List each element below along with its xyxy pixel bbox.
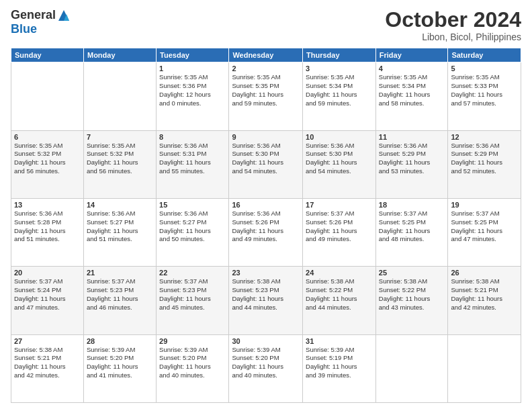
cell-content: Sunrise: 5:37 AMSunset: 5:26 PMDaylight:…: [306, 210, 373, 244]
weekday-header-friday: Friday: [375, 48, 448, 62]
logo-blue: Blue: [11, 22, 37, 36]
cell-content: Sunrise: 5:37 AMSunset: 5:24 PMDaylight:…: [14, 277, 81, 312]
calendar-table: SundayMondayTuesdayWednesdayThursdayFrid…: [11, 48, 521, 403]
calendar-cell: 3Sunrise: 5:35 AMSunset: 5:34 PMDaylight…: [303, 62, 376, 130]
page: General Blue October 2024 Libon, Bicol, …: [0, 0, 532, 411]
week-row-5: 27Sunrise: 5:38 AMSunset: 5:21 PMDayligh…: [11, 334, 521, 402]
calendar-cell: 7Sunrise: 5:35 AMSunset: 5:32 PMDaylight…: [83, 130, 156, 198]
weekday-header-tuesday: Tuesday: [157, 48, 229, 62]
calendar-cell: 21Sunrise: 5:37 AMSunset: 5:23 PMDayligh…: [83, 267, 156, 334]
weekday-header-saturday: Saturday: [448, 48, 521, 62]
day-number: 1: [159, 64, 226, 73]
calendar-cell: 28Sunrise: 5:39 AMSunset: 5:20 PMDayligh…: [83, 334, 156, 402]
calendar-cell: 22Sunrise: 5:37 AMSunset: 5:23 PMDayligh…: [157, 267, 229, 334]
week-row-1: 1Sunrise: 5:35 AMSunset: 5:36 PMDaylight…: [11, 62, 521, 130]
day-number: 29: [159, 337, 226, 345]
cell-content: Sunrise: 5:39 AMSunset: 5:20 PMDaylight:…: [232, 346, 300, 380]
weekday-header-wednesday: Wednesday: [229, 48, 303, 62]
week-row-3: 13Sunrise: 5:36 AMSunset: 5:28 PMDayligh…: [11, 198, 521, 266]
day-number: 24: [306, 269, 373, 277]
cell-content: Sunrise: 5:38 AMSunset: 5:23 PMDaylight:…: [232, 277, 300, 312]
calendar-cell: 16Sunrise: 5:36 AMSunset: 5:26 PMDayligh…: [229, 198, 303, 266]
day-number: 18: [379, 201, 445, 209]
week-row-2: 6Sunrise: 5:35 AMSunset: 5:32 PMDaylight…: [11, 130, 521, 198]
day-number: 22: [159, 269, 226, 277]
week-row-4: 20Sunrise: 5:37 AMSunset: 5:24 PMDayligh…: [11, 267, 521, 334]
cell-content: Sunrise: 5:36 AMSunset: 5:28 PMDaylight:…: [14, 210, 81, 244]
calendar-cell: [375, 334, 448, 402]
calendar-cell: [83, 62, 156, 130]
day-number: 19: [451, 201, 518, 209]
calendar-cell: 27Sunrise: 5:38 AMSunset: 5:21 PMDayligh…: [11, 334, 84, 402]
calendar-cell: 10Sunrise: 5:36 AMSunset: 5:30 PMDayligh…: [303, 130, 376, 198]
weekday-header-thursday: Thursday: [303, 48, 376, 62]
cell-content: Sunrise: 5:38 AMSunset: 5:21 PMDaylight:…: [451, 277, 518, 312]
day-number: 26: [451, 269, 518, 277]
day-number: 3: [306, 64, 373, 73]
cell-content: Sunrise: 5:36 AMSunset: 5:29 PMDaylight:…: [379, 142, 445, 176]
cell-content: Sunrise: 5:37 AMSunset: 5:25 PMDaylight:…: [379, 210, 445, 244]
cell-content: Sunrise: 5:36 AMSunset: 5:31 PMDaylight:…: [159, 142, 226, 176]
weekday-header-row: SundayMondayTuesdayWednesdayThursdayFrid…: [11, 48, 521, 62]
calendar-cell: 20Sunrise: 5:37 AMSunset: 5:24 PMDayligh…: [11, 267, 84, 334]
calendar-cell: 23Sunrise: 5:38 AMSunset: 5:23 PMDayligh…: [229, 267, 303, 334]
cell-content: Sunrise: 5:36 AMSunset: 5:29 PMDaylight:…: [451, 142, 518, 176]
calendar-cell: 5Sunrise: 5:35 AMSunset: 5:33 PMDaylight…: [448, 62, 521, 130]
day-number: 31: [306, 337, 373, 345]
calendar-cell: 29Sunrise: 5:39 AMSunset: 5:20 PMDayligh…: [157, 334, 229, 402]
day-number: 20: [14, 269, 81, 277]
day-number: 13: [14, 201, 81, 209]
cell-content: Sunrise: 5:37 AMSunset: 5:25 PMDaylight:…: [451, 210, 518, 244]
day-number: 6: [14, 133, 81, 141]
calendar-cell: 4Sunrise: 5:35 AMSunset: 5:34 PMDaylight…: [375, 62, 448, 130]
day-number: 5: [451, 64, 518, 73]
cell-content: Sunrise: 5:35 AMSunset: 5:35 PMDaylight:…: [232, 73, 300, 107]
calendar-cell: 14Sunrise: 5:36 AMSunset: 5:27 PMDayligh…: [83, 198, 156, 266]
calendar-cell: 11Sunrise: 5:36 AMSunset: 5:29 PMDayligh…: [375, 130, 448, 198]
cell-content: Sunrise: 5:39 AMSunset: 5:20 PMDaylight:…: [159, 346, 226, 380]
cell-content: Sunrise: 5:38 AMSunset: 5:22 PMDaylight:…: [306, 277, 373, 312]
day-number: 10: [306, 133, 373, 141]
day-number: 7: [87, 133, 153, 141]
day-number: 4: [379, 64, 445, 73]
calendar-cell: 18Sunrise: 5:37 AMSunset: 5:25 PMDayligh…: [375, 198, 448, 266]
cell-content: Sunrise: 5:35 AMSunset: 5:32 PMDaylight:…: [87, 142, 153, 176]
calendar-cell: 30Sunrise: 5:39 AMSunset: 5:20 PMDayligh…: [229, 334, 303, 402]
month-title: October 2024: [385, 8, 521, 32]
cell-content: Sunrise: 5:36 AMSunset: 5:30 PMDaylight:…: [306, 142, 373, 176]
day-number: 11: [379, 133, 445, 141]
cell-content: Sunrise: 5:38 AMSunset: 5:21 PMDaylight:…: [14, 346, 81, 380]
day-number: 23: [232, 269, 300, 277]
calendar-cell: 31Sunrise: 5:39 AMSunset: 5:19 PMDayligh…: [303, 334, 376, 402]
cell-content: Sunrise: 5:36 AMSunset: 5:26 PMDaylight:…: [232, 210, 300, 244]
calendar-cell: 26Sunrise: 5:38 AMSunset: 5:21 PMDayligh…: [448, 267, 521, 334]
calendar-cell: 8Sunrise: 5:36 AMSunset: 5:31 PMDaylight…: [157, 130, 229, 198]
cell-content: Sunrise: 5:36 AMSunset: 5:30 PMDaylight:…: [232, 142, 300, 176]
day-number: 2: [232, 64, 300, 73]
logo: General Blue: [11, 8, 71, 36]
cell-content: Sunrise: 5:37 AMSunset: 5:23 PMDaylight:…: [87, 277, 153, 312]
calendar-cell: 6Sunrise: 5:35 AMSunset: 5:32 PMDaylight…: [11, 130, 84, 198]
cell-content: Sunrise: 5:39 AMSunset: 5:19 PMDaylight:…: [306, 346, 373, 380]
cell-content: Sunrise: 5:36 AMSunset: 5:27 PMDaylight:…: [159, 210, 226, 244]
calendar-cell: 13Sunrise: 5:36 AMSunset: 5:28 PMDayligh…: [11, 198, 84, 266]
calendar-cell: 19Sunrise: 5:37 AMSunset: 5:25 PMDayligh…: [448, 198, 521, 266]
weekday-header-monday: Monday: [83, 48, 156, 62]
calendar-cell: 2Sunrise: 5:35 AMSunset: 5:35 PMDaylight…: [229, 62, 303, 130]
day-number: 25: [379, 269, 445, 277]
cell-content: Sunrise: 5:38 AMSunset: 5:22 PMDaylight:…: [379, 277, 445, 312]
day-number: 14: [87, 201, 153, 209]
day-number: 28: [87, 337, 153, 345]
cell-content: Sunrise: 5:35 AMSunset: 5:36 PMDaylight:…: [159, 73, 226, 107]
calendar-cell: 17Sunrise: 5:37 AMSunset: 5:26 PMDayligh…: [303, 198, 376, 266]
calendar-cell: 9Sunrise: 5:36 AMSunset: 5:30 PMDaylight…: [229, 130, 303, 198]
day-number: 16: [232, 201, 300, 209]
day-number: 9: [232, 133, 300, 141]
day-number: 30: [232, 337, 300, 345]
cell-content: Sunrise: 5:35 AMSunset: 5:34 PMDaylight:…: [306, 73, 373, 107]
calendar-cell: [11, 62, 84, 130]
header: General Blue October 2024 Libon, Bicol, …: [11, 8, 521, 42]
calendar-cell: 15Sunrise: 5:36 AMSunset: 5:27 PMDayligh…: [157, 198, 229, 266]
cell-content: Sunrise: 5:37 AMSunset: 5:23 PMDaylight:…: [159, 277, 226, 312]
cell-content: Sunrise: 5:35 AMSunset: 5:34 PMDaylight:…: [379, 73, 445, 107]
